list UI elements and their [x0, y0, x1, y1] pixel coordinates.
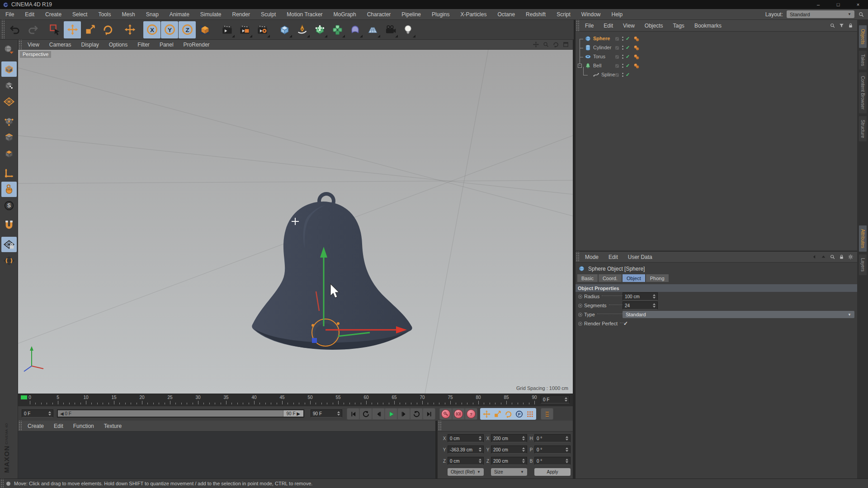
add-subdivision-button[interactable] [311, 21, 328, 38]
timeline-ruler[interactable]: 0 F 051015202530354045505560657075808590 [18, 394, 573, 406]
toolbar-grip[interactable] [1, 20, 5, 39]
coord-field-position-y[interactable]: -363.39 cm [448, 446, 484, 454]
perspective-viewport[interactable]: Perspective Grid Spacing : 1000 cm [18, 50, 573, 394]
undo-button[interactable] [6, 21, 24, 38]
attribute-manager-menu-user-data[interactable]: User Data [623, 252, 657, 262]
object-row[interactable]: Torus✓ [576, 52, 857, 61]
stepper-icon[interactable] [47, 411, 51, 416]
apply-button[interactable]: Apply [534, 468, 571, 476]
object-name[interactable]: Bell [593, 63, 601, 68]
key-interpolation-button[interactable] [541, 408, 553, 419]
object-manager-menu-file[interactable]: File [580, 20, 599, 31]
step-down[interactable] [653, 306, 656, 308]
step-down[interactable] [566, 461, 568, 463]
coord-field-size-z[interactable]: 200 cm [491, 457, 527, 465]
menu-help[interactable]: Help [606, 9, 628, 19]
model-mode-button[interactable] [1, 61, 17, 77]
menu-render[interactable]: Render [227, 9, 255, 19]
menu-pipeline[interactable]: Pipeline [396, 9, 426, 19]
axis-x-button[interactable]: X [143, 21, 160, 38]
gizmo-handle-dot[interactable] [311, 324, 314, 327]
timeline-range-bar[interactable]: ◀ 0 F 90 F ▶ [58, 410, 303, 417]
tab-phong[interactable]: Phong [646, 274, 669, 282]
gizmo-handle-dot[interactable] [337, 322, 340, 325]
menu-simulate[interactable]: Simulate [195, 9, 227, 19]
up-icon[interactable] [821, 254, 826, 260]
keyframe-bullet-icon[interactable] [578, 313, 582, 317]
stepper-icon[interactable] [651, 294, 656, 299]
workplane-mode-button[interactable] [1, 94, 17, 109]
panel-tab-layers[interactable]: Layers [859, 254, 867, 275]
make-editable-button[interactable] [1, 42, 17, 57]
step-up[interactable] [566, 447, 568, 449]
snap-button[interactable] [1, 217, 17, 233]
panel-tab-structure[interactable]: Structure [859, 116, 867, 142]
coordinates-grip[interactable] [438, 421, 442, 431]
minimize-button[interactable]: – [808, 0, 828, 9]
render-perfect-checkbox[interactable]: ✓ [623, 320, 628, 327]
key-position-button[interactable] [481, 408, 492, 419]
step-down[interactable] [522, 439, 525, 441]
tab-basic[interactable]: Basic [577, 274, 598, 282]
editor-visibility-dot[interactable] [622, 73, 623, 74]
viewport-menu-options[interactable]: Options [104, 40, 132, 49]
visibility-box-icon[interactable] [614, 72, 620, 78]
timeline-range-slider[interactable]: ◀ 0 F 90 F ▶ [57, 409, 304, 418]
render-visibility-dot[interactable] [622, 48, 623, 50]
end-frame-field[interactable]: 90 F [311, 409, 342, 418]
last-tool-move-button[interactable] [121, 21, 138, 38]
add-environment-button[interactable] [364, 21, 381, 38]
editor-visibility-dot[interactable] [622, 64, 623, 65]
polygons-mode-button[interactable] [1, 146, 17, 161]
lock-icon[interactable] [839, 254, 844, 260]
move-button[interactable] [64, 21, 81, 38]
edges-mode-button[interactable] [1, 130, 17, 145]
object-manager-list[interactable]: Sphere✓Cylinder✓Torus✓−Bell✓Spline✓ [576, 32, 857, 250]
viewport-menu-view[interactable]: View [23, 40, 44, 49]
visibility-dots-icon[interactable] [622, 37, 623, 41]
lock-icon[interactable] [848, 23, 854, 28]
coord-field-position-z[interactable]: 0 cm [448, 457, 484, 465]
search-icon[interactable] [830, 23, 835, 28]
step-up[interactable] [653, 303, 656, 305]
step-up[interactable] [522, 436, 525, 438]
stepper-icon[interactable] [563, 397, 567, 402]
object-name[interactable]: Cylinder [593, 45, 611, 50]
step-down[interactable] [522, 450, 525, 452]
add-primitive-button[interactable] [276, 21, 293, 38]
add-generator-button[interactable] [329, 21, 346, 38]
viewport-menu-display[interactable]: Display [76, 40, 104, 49]
viewport-solo-button[interactable]: S [1, 198, 17, 213]
next-key-button[interactable] [410, 408, 422, 419]
object-name[interactable]: Sphere [593, 36, 610, 41]
menu-mograph[interactable]: MoGraph [328, 9, 362, 19]
add-camera-button[interactable] [382, 21, 399, 38]
add-deformer-button[interactable] [346, 21, 363, 38]
enable-axis-button[interactable] [1, 165, 17, 181]
attribute-manager-grip[interactable] [576, 252, 580, 262]
add-spline-button[interactable] [293, 21, 311, 38]
object-rel--dropdown[interactable]: Object (Rel)▼ [448, 468, 484, 476]
step-up[interactable] [566, 459, 568, 460]
zoom-nav-button[interactable] [542, 40, 550, 49]
viewport-interaction-button[interactable] [1, 182, 17, 197]
object-manager-grip[interactable] [576, 20, 580, 31]
autokey-button[interactable] [453, 408, 464, 419]
object-manager-menu-tags[interactable]: Tags [668, 20, 689, 31]
step-down[interactable] [566, 450, 568, 452]
editor-visibility-dot[interactable] [622, 37, 623, 38]
enabled-check-icon[interactable]: ✓ [626, 54, 630, 60]
object-name[interactable]: Spline [601, 72, 615, 77]
stepper-icon[interactable] [651, 303, 656, 308]
render-visibility-dot[interactable] [622, 66, 623, 68]
step-down[interactable] [566, 439, 568, 441]
enabled-check-icon[interactable]: ✓ [626, 72, 630, 78]
step-down[interactable] [653, 297, 656, 299]
object-manager-menu-bookmarks[interactable]: Bookmarks [689, 20, 726, 31]
step-down[interactable] [479, 450, 481, 452]
radius-field[interactable]: 100 cm [623, 292, 658, 300]
render-visibility-dot[interactable] [622, 39, 623, 41]
material-tag-icon[interactable] [633, 54, 640, 60]
step-down[interactable] [479, 461, 481, 463]
menu-tools[interactable]: Tools [93, 9, 116, 19]
